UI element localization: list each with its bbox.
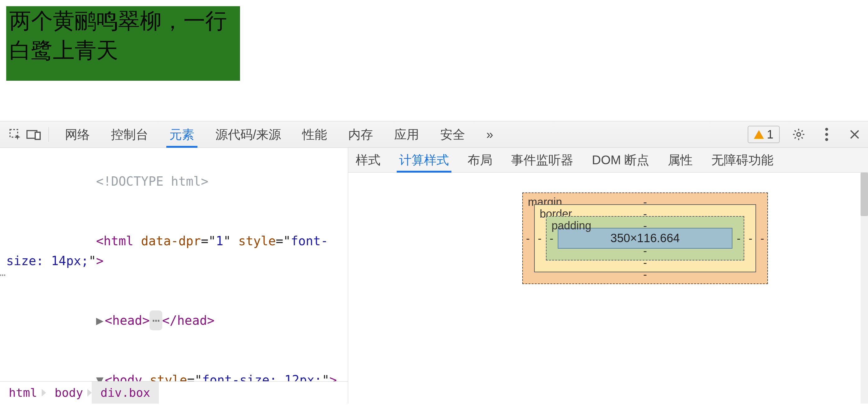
stab-listeners[interactable]: 事件监听器 xyxy=(508,148,576,173)
collapse-arrow-icon[interactable]: ▼ xyxy=(96,370,105,381)
tab-memory[interactable]: 内存 xyxy=(338,121,384,148)
stab-styles[interactable]: 样式 xyxy=(353,148,383,173)
svg-point-5 xyxy=(825,128,828,131)
stab-layout[interactable]: 布局 xyxy=(465,148,495,173)
warnings-badge[interactable]: 1 xyxy=(748,126,780,143)
box-model[interactable]: margin - - - - border - - - - xyxy=(522,193,768,284)
computed-body: margin - - - - border - - - - xyxy=(348,173,868,404)
rendered-box-text: 两个黄鹂鸣翠柳，一行白鹭上青天 xyxy=(9,9,227,62)
elements-dom-panel: ⋯ <!DOCTYPE html> <html data-dpr="1" sty… xyxy=(0,148,348,404)
styles-tabbar: 样式 计算样式 布局 事件监听器 DOM 断点 属性 无障碍功能 xyxy=(348,148,868,173)
dom-line-body-open[interactable]: ▼<body style="font-size: 12px;"> xyxy=(1,350,348,381)
gear-icon[interactable] xyxy=(791,127,806,142)
crumb-div-box[interactable]: div.box xyxy=(92,382,159,404)
scroll-thumb[interactable] xyxy=(861,173,868,216)
devtools-toolbar: 网络 控制台 元素 源代码/来源 性能 内存 应用 安全 » 1 xyxy=(0,121,868,148)
dom-line-doctype[interactable]: <!DOCTYPE html> xyxy=(1,151,348,211)
tab-sources[interactable]: 源代码/来源 xyxy=(205,121,291,148)
svg-point-7 xyxy=(825,138,828,141)
stab-properties[interactable]: 属性 xyxy=(665,148,695,173)
svg-point-6 xyxy=(825,133,828,136)
dom-line-html-open[interactable]: <html data-dpr="1" style="font-size: 14p… xyxy=(1,211,348,290)
tab-security[interactable]: 安全 xyxy=(430,121,476,148)
devtools: 网络 控制台 元素 源代码/来源 性能 内存 应用 安全 » 1 xyxy=(0,121,868,404)
stab-computed[interactable]: 计算样式 xyxy=(397,148,452,173)
tab-elements[interactable]: 元素 xyxy=(159,121,205,148)
svg-rect-2 xyxy=(35,132,40,139)
dom-line-head[interactable]: ▶<head>⋯</head> xyxy=(1,290,348,350)
inspect-icon[interactable] xyxy=(6,125,24,144)
breadcrumb: html body div.box xyxy=(0,381,348,404)
crumb-html[interactable]: html xyxy=(0,382,46,404)
stab-dom-breakpoints[interactable]: DOM 断点 xyxy=(589,148,652,173)
stab-accessibility[interactable]: 无障碍功能 xyxy=(709,148,776,173)
tab-overflow[interactable]: » xyxy=(476,121,504,148)
bm-padding[interactable]: padding - - - - 350×116.664 xyxy=(546,216,744,261)
tab-network[interactable]: 网络 xyxy=(54,121,100,148)
warning-count: 1 xyxy=(767,128,774,141)
styles-panel: 样式 计算样式 布局 事件监听器 DOM 断点 属性 无障碍功能 margin xyxy=(348,148,868,404)
tab-application[interactable]: 应用 xyxy=(384,121,430,148)
scrollbar[interactable] xyxy=(861,173,868,404)
bm-margin[interactable]: margin - - - - border - - - - xyxy=(522,193,768,284)
bm-border[interactable]: border - - - - padding - - - xyxy=(534,204,756,272)
crumb-body[interactable]: body xyxy=(46,382,92,404)
kebab-menu-icon[interactable] xyxy=(819,127,834,142)
dom-tree[interactable]: ⋯ <!DOCTYPE html> <html data-dpr="1" sty… xyxy=(0,148,348,381)
collapsed-ellipsis-icon[interactable]: ⋯ xyxy=(150,310,162,330)
rendered-box: 两个黄鹂鸣翠柳，一行白鹭上青天 xyxy=(6,6,240,81)
toolbar-separator xyxy=(49,127,49,142)
gutter-ellipsis-icon: ⋯ xyxy=(0,266,6,283)
close-icon[interactable] xyxy=(847,127,862,142)
tab-performance[interactable]: 性能 xyxy=(291,121,338,148)
device-toggle-icon[interactable] xyxy=(24,125,43,144)
svg-point-4 xyxy=(797,133,801,136)
tab-console[interactable]: 控制台 xyxy=(100,121,159,148)
warning-icon xyxy=(754,130,764,139)
expand-arrow-icon[interactable]: ▶ xyxy=(96,310,105,330)
